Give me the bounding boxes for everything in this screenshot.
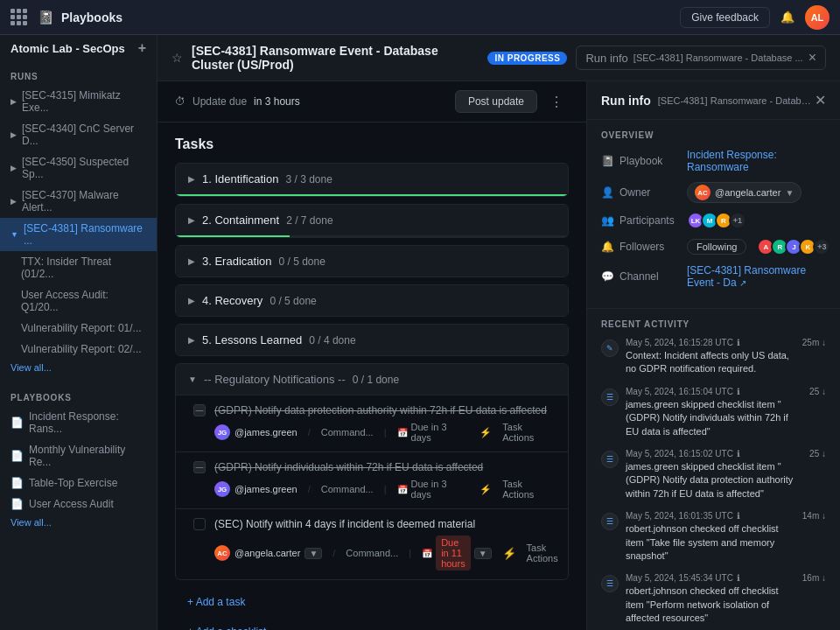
task-group-count: 3 / 3 done xyxy=(285,173,332,186)
task-group-eradication-header[interactable]: ▶ 3. Eradication 0 / 5 done xyxy=(176,246,568,276)
app-logo: 📓 Playbooks xyxy=(10,9,122,25)
activity-icon-edit: ✎ xyxy=(601,340,619,357)
task-group-containment-header[interactable]: ▶ 2. Containment 2 / 7 done xyxy=(176,205,568,235)
owner-avatar: AC xyxy=(695,185,710,200)
grid-icon xyxy=(10,9,27,25)
task-group-name: 3. Eradication xyxy=(202,255,272,268)
info-row-playbook: 📓 Playbook Incident Response: Ransomware xyxy=(601,149,826,173)
task-group-containment: ▶ 2. Containment 2 / 7 done xyxy=(175,204,569,238)
activity-time: May 5, 2024, 16:15:02 UTC ℹ xyxy=(626,449,799,458)
activity-content: May 5, 2024, 16:15:28 UTC ℹ Context: Inc… xyxy=(626,338,792,376)
activity-time: May 5, 2024, 16:01:35 UTC ℹ xyxy=(626,511,792,521)
doc-icon: 📄 xyxy=(10,416,24,429)
sidebar-item-sec4340[interactable]: ▶ [SEC-4340] CnC Server D... xyxy=(0,118,157,151)
sidebar-item-monthly-vuln[interactable]: 📄 Monthly Vulnerability Re... xyxy=(0,439,157,472)
task-actions-link[interactable]: Task Actions xyxy=(502,479,556,500)
sidebar-item-label: [SEC-4315] Mimikatz Exe... xyxy=(22,89,146,114)
task-item-gdpr-authority: — (GDPR) Notify data protection authorit… xyxy=(176,395,568,452)
sidebar-item-label: Table-Top Exercise xyxy=(29,477,117,489)
following-button[interactable]: Following xyxy=(687,239,746,255)
run-info-subtitle: [SEC-4381] Ransomware - Database ... xyxy=(634,52,803,63)
more-options-button[interactable]: ⋮ xyxy=(544,92,569,112)
task-group-count: 2 / 7 done xyxy=(286,214,332,227)
activity-icon-list: ☰ xyxy=(601,451,619,468)
sidebar-item-ir-rans[interactable]: 📄 Incident Response: Rans... xyxy=(0,406,157,439)
run-info-subtitle: [SEC-4381] Ransomware - Database ... xyxy=(658,95,815,106)
task-checkbox[interactable]: — xyxy=(193,461,206,473)
sidebar-item-vuln2[interactable]: Vulnerability Report: 02/... xyxy=(0,339,157,360)
sidebar-item-user-access[interactable]: User Access Audit: Q1/20... xyxy=(0,284,157,318)
sidebar-item-label: User Access Audit: Q1/20... xyxy=(21,289,146,313)
task-actions-link[interactable]: Task Actions xyxy=(527,542,558,564)
assignee-dropdown[interactable]: ▼ xyxy=(304,548,322,559)
add-workspace-button[interactable]: + xyxy=(138,40,146,56)
close-run-info-panel-button[interactable]: ✕ xyxy=(815,92,826,108)
add-checklist-row[interactable]: + Add a checklist xyxy=(175,617,569,630)
task-command[interactable]: Command... xyxy=(346,548,398,558)
assignee-name: @angela.carter xyxy=(234,548,300,558)
task-checkbox[interactable] xyxy=(193,518,206,530)
activity-text: robert.johnson checked off checklist ite… xyxy=(626,522,792,563)
owner-dropdown-icon: ▼ xyxy=(785,188,794,198)
regulatory-notifications-header[interactable]: ▼ -- Regulatory Notifications -- 0 / 1 d… xyxy=(176,364,568,395)
task-group-recovery-header[interactable]: ▶ 4. Recovery 0 / 5 done xyxy=(176,285,568,316)
run-info-panel-header: Run info [SEC-4381] Ransomware - Databas… xyxy=(587,81,840,120)
time-ago: 25 ↓ xyxy=(809,449,826,500)
sidebar-item-user-access-pb[interactable]: 📄 User Access Audit xyxy=(0,494,157,514)
sidebar-item-tabletop[interactable]: 📄 Table-Top Exercise xyxy=(0,472,157,494)
user-avatar[interactable]: AL xyxy=(805,5,830,30)
task-actions-link[interactable]: Task Actions xyxy=(502,422,556,443)
add-task-row[interactable]: + Add a task xyxy=(175,587,569,617)
notifications-icon[interactable]: 🔔 xyxy=(780,10,794,24)
sidebar-item-label: [SEC-4350] Suspected Sp... xyxy=(22,156,146,180)
app-name: Playbooks xyxy=(61,10,122,24)
sidebar-item-label: [SEC-4340] CnC Server D... xyxy=(22,122,146,147)
info-icon: ℹ xyxy=(737,387,740,396)
channel-link[interactable]: [SEC-4381] Ransomware Event - Da ↗ xyxy=(687,264,826,289)
page-title: [SEC-4381] Ransomware Event - Database C… xyxy=(192,44,479,72)
topbar-icons: 🔔 AL xyxy=(780,5,830,30)
task-group-lessons-header[interactable]: ▶ 5. Lessons Learned 0 / 4 done xyxy=(176,325,568,355)
chevron-icon: ▶ xyxy=(188,296,195,305)
book-icon: 📓 xyxy=(38,10,54,25)
activity-item: ☰ May 5, 2024, 16:01:35 UTC ℹ robert.joh… xyxy=(601,511,826,563)
run-info-button[interactable]: Run info [SEC-4381] Ransomware - Databas… xyxy=(576,46,826,70)
sidebar-item-ttx[interactable]: TTX: Insider Threat (01/2... xyxy=(0,251,157,284)
run-info-label: Run info xyxy=(585,52,627,65)
task-command[interactable]: Command... xyxy=(321,484,374,494)
playbook-link[interactable]: Incident Response: Ransomware xyxy=(687,149,826,173)
sidebar-item-label: [SEC-4370] Malware Alert... xyxy=(22,189,146,214)
sidebar-item-sec4381[interactable]: ▼ [SEC-4381] Ransomware ... xyxy=(0,218,157,251)
close-run-info-button[interactable]: × xyxy=(808,50,816,66)
task-command[interactable]: Command... xyxy=(321,427,374,438)
post-update-button[interactable]: Post update xyxy=(455,90,537,113)
task-group-identification-header[interactable]: ▶ 1. Identification 3 / 3 done xyxy=(176,164,568,194)
task-item-gdpr-individuals: — (GDPR) Notify individuals within 72h i… xyxy=(176,452,568,508)
time-ago: 25 ↓ xyxy=(809,387,826,438)
sidebar-item-sec4350[interactable]: ▶ [SEC-4350] Suspected Sp... xyxy=(0,151,157,185)
add-checklist-label: + Add a checklist xyxy=(187,626,266,630)
view-all-runs[interactable]: View all... xyxy=(0,360,157,375)
info-row-participants: 👥 Participants LK M R +1 xyxy=(601,212,826,229)
update-text: Update due xyxy=(192,95,247,108)
update-actions: Post update ⋮ xyxy=(455,90,569,113)
due-dropdown[interactable]: ▼ xyxy=(474,548,492,559)
task-group-identification: ▶ 1. Identification 3 / 3 done xyxy=(175,163,569,197)
regulatory-notifications-section: ▼ -- Regulatory Notifications -- 0 / 1 d… xyxy=(175,363,569,580)
doc-icon: 📄 xyxy=(10,477,24,489)
view-all-playbooks[interactable]: View all... xyxy=(0,514,157,530)
workspace-label: Atomic Lab - SecOps + xyxy=(0,35,157,61)
sidebar-item-label: Vulnerability Report: 01/... xyxy=(21,322,142,334)
activity-content: May 5, 2024, 16:15:04 UTC ℹ james.green … xyxy=(626,387,799,438)
bell-icon: 🔔 xyxy=(601,241,614,253)
feedback-button[interactable]: Give feedback xyxy=(680,7,770,28)
sidebar-item-vuln1[interactable]: Vulnerability Report: 01/... xyxy=(0,318,157,339)
calendar-icon: 📅 xyxy=(422,549,432,558)
status-badge: IN PROGRESS xyxy=(487,52,567,65)
owner-tag[interactable]: AC @angela.carter ▼ xyxy=(687,182,802,203)
activity-content: May 5, 2024, 16:01:35 UTC ℹ robert.johns… xyxy=(626,511,792,563)
star-icon[interactable]: ☆ xyxy=(172,51,183,65)
sidebar-item-sec4315[interactable]: ▶ [SEC-4315] Mimikatz Exe... xyxy=(0,85,157,118)
task-checkbox[interactable]: — xyxy=(193,404,206,416)
sidebar-item-sec4370[interactable]: ▶ [SEC-4370] Malware Alert... xyxy=(0,185,157,218)
